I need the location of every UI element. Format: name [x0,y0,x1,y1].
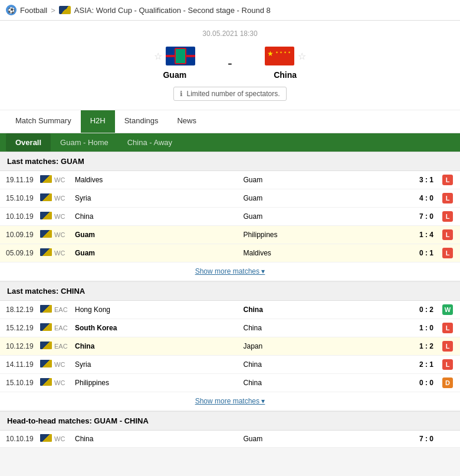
match-date-cell: 15.10.19 [6,379,40,387]
table-row: 10.10.19 WC China Guam 7 : 0 L [0,208,460,226]
match-comp-flag [40,305,54,314]
sub-tabs-bar: Overall Guam - Home China - Away [0,133,460,152]
match-comp-label: WC [54,250,75,257]
match-score-cell: 7 : 0 [412,435,441,443]
match-comp-flag [40,230,54,239]
match-comp-flag [40,175,54,185]
match-home-team[interactable]: China [75,212,244,221]
home-team-star[interactable]: ☆ [154,51,162,62]
match-date-cell: 15.12.19 [6,324,40,332]
tab-news[interactable]: News [167,110,206,133]
away-team-name: China [274,70,297,80]
guam-matches-title: Last matches: GUAM [0,152,460,171]
match-away-team[interactable]: China [244,306,412,314]
match-comp-label: WC [54,231,75,238]
table-row: 10.12.19 EAC China Japan 1 : 2 L [0,337,460,356]
match-result-badge: L [441,229,454,240]
match-away-team[interactable]: China [244,324,412,332]
china-flag-stars [267,49,274,58]
match-home-team[interactable]: China [75,342,244,350]
match-comp-label: WC [54,379,75,386]
china-matches-title: Last matches: CHINA [0,281,460,301]
match-away-team[interactable]: Guam [244,176,412,184]
china-matches-section: Last matches: CHINA 18.12.19 EAC Hong Ko… [0,281,460,410]
match-score-cell: 0 : 0 [412,379,441,387]
away-flag-wrapper: ☆ [265,47,306,65]
sport-label[interactable]: Football [20,6,47,15]
match-date-cell: 10.12.19 [6,342,40,350]
match-away-team[interactable]: Philippines [244,231,412,239]
competition-label[interactable]: ASIA: World Cup - Qualification - Second… [74,6,271,15]
match-score-cell: 1 : 4 [412,231,441,239]
table-row: 05.09.19 WC Guam Maldives 0 : 1 L [0,244,460,262]
match-comp-label: EAC [54,306,75,313]
match-comp-label: WC [54,176,75,183]
match-comp-label: WC [54,435,75,442]
info-icon: ℹ [180,90,183,98]
match-score-cell: 7 : 0 [412,212,441,221]
match-home-team[interactable]: China [75,435,244,443]
match-score-cell: 2 : 1 [412,360,441,369]
match-home-team[interactable]: Philippines [75,379,244,387]
match-date-cell: 10.10.19 [6,435,40,443]
sport-icon: ⚽ [6,5,17,15]
match-date-cell: 10.09.19 [6,231,40,239]
match-home-team[interactable]: Syria [75,194,244,202]
match-result-badge: L [441,193,454,203]
away-team-star[interactable]: ☆ [298,51,306,62]
match-result-badge: D [441,377,454,388]
match-score: - [228,55,232,71]
match-home-team[interactable]: Syria [75,360,244,369]
match-comp-flag [40,378,54,388]
match-away-team[interactable]: China [244,379,412,387]
match-date-cell: 10.10.19 [6,212,40,221]
nav-separator: > [51,6,55,15]
match-away-team[interactable]: Maldives [244,249,412,257]
info-text: Limited number of spectators. [186,90,280,98]
tab-h2h[interactable]: H2H [81,110,115,133]
match-away-team[interactable]: China [244,360,412,369]
match-score-cell: 1 : 2 [412,342,441,350]
match-away-team[interactable]: Guam [244,212,412,221]
guam-matches-section: Last matches: GUAM 19.11.19 WC Maldives … [0,152,460,280]
match-comp-flag [40,323,54,333]
sub-tab-guam-home[interactable]: Guam - Home [51,133,118,152]
tab-standings[interactable]: Standings [115,110,168,133]
match-home-team[interactable]: Guam [75,249,244,257]
guam-show-more[interactable]: Show more matches [0,262,460,280]
match-result-badge: L [441,341,454,352]
match-comp-flag [40,212,54,221]
match-date-cell: 18.12.19 [6,306,40,314]
china-show-more[interactable]: Show more matches [0,392,460,410]
match-result-badge: L [441,175,454,185]
match-home-team[interactable]: South Korea [75,324,244,332]
match-comp-flag [40,434,54,444]
match-home-team[interactable]: Hong Kong [75,306,244,314]
match-comp-flag [40,342,54,351]
match-header: 30.05.2021 18:30 ☆ Guam - ☆ China [0,21,460,110]
match-score-cell: 4 : 0 [412,194,441,202]
match-comp-label: WC [54,195,75,202]
home-team: ☆ Guam [139,47,210,80]
match-score-cell: 3 : 1 [412,176,441,184]
tab-match-summary[interactable]: Match Summary [6,110,81,133]
tabs-bar: Match Summary H2H Standings News [0,110,460,133]
home-team-name: Guam [163,70,186,80]
match-home-team[interactable]: Guam [75,231,244,239]
table-row: 15.12.19 EAC South Korea China 1 : 0 L [0,319,460,337]
sub-tab-china-away[interactable]: China - Away [118,133,182,152]
match-score-cell: 0 : 1 [412,249,441,257]
match-date: 30.05.2021 18:30 [9,29,451,38]
table-row: 10.10.19 WC China Guam 7 : 0 [0,431,460,448]
match-comp-label: EAC [54,343,75,350]
match-away-team[interactable]: Guam [244,435,412,443]
teams-row: ☆ Guam - ☆ China [9,47,451,80]
match-result-badge: L [441,323,454,333]
match-home-team[interactable]: Maldives [75,176,244,184]
match-away-team[interactable]: Japan [244,342,412,350]
sub-tab-overall[interactable]: Overall [6,133,51,152]
match-away-team[interactable]: Guam [244,194,412,202]
table-row: 15.10.19 WC Syria Guam 4 : 0 L [0,189,460,208]
match-date-cell: 19.11.19 [6,176,40,184]
match-comp-flag [40,360,54,369]
